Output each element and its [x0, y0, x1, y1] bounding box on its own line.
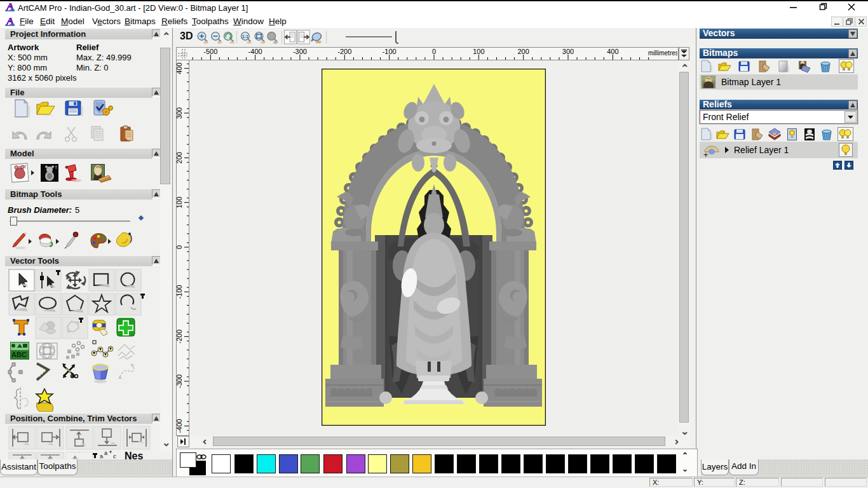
- svg-text:T: T: [55, 165, 58, 170]
- svg-text:0: 0: [432, 48, 436, 55]
- svg-text:-300: -300: [177, 374, 183, 388]
- svg-text:1:1: 1:1: [242, 34, 248, 39]
- svg-text:-200: -200: [337, 48, 351, 55]
- svg-text:400: 400: [607, 48, 618, 55]
- svg-text:100: 100: [177, 196, 183, 208]
- svg-text:100: 100: [473, 48, 484, 55]
- svg-text:300: 300: [177, 107, 183, 119]
- svg-text:millimetres: millimetres: [648, 50, 677, 57]
- svg-text:-500: -500: [203, 48, 217, 55]
- svg-text:-100: -100: [383, 48, 397, 55]
- svg-text:-200: -200: [177, 330, 183, 344]
- svg-text:-300: -300: [293, 48, 307, 55]
- svg-text:300: 300: [562, 48, 574, 55]
- svg-text:-400: -400: [177, 419, 183, 433]
- svg-text:-100: -100: [177, 285, 183, 299]
- svg-text:+: +: [703, 150, 709, 158]
- svg-text:0: 0: [177, 245, 183, 249]
- svg-text:ABC: ABC: [11, 351, 27, 358]
- svg-text:400: 400: [177, 62, 183, 74]
- svg-text:200: 200: [518, 48, 529, 55]
- svg-text:-400: -400: [248, 48, 262, 55]
- svg-text:200: 200: [177, 152, 183, 163]
